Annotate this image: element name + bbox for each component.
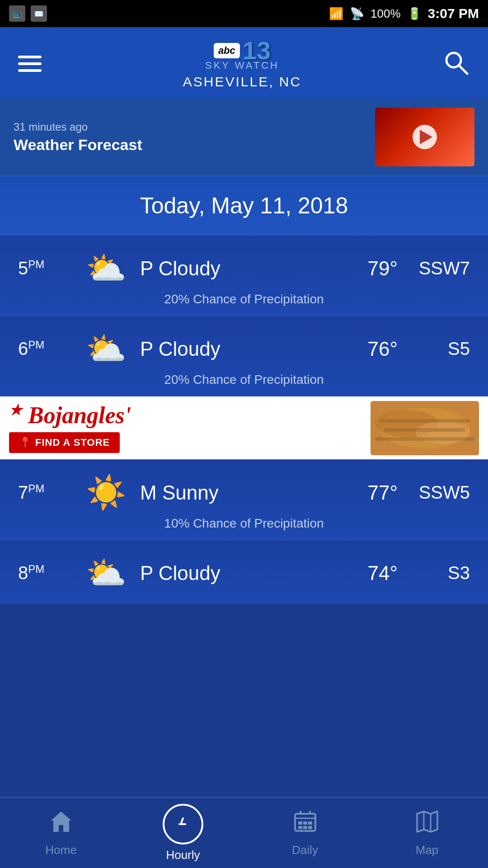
thumbnail-inner <box>375 108 474 166</box>
play-button[interactable] <box>413 125 437 149</box>
abc-badge: abc <box>214 43 240 58</box>
weather-time-5pm: 5PM <box>18 258 72 278</box>
ad-food-image <box>371 401 479 455</box>
bottom-nav: Home Hourly Daily <box>0 797 488 868</box>
svg-rect-7 <box>384 428 465 432</box>
svg-rect-20 <box>308 826 312 829</box>
hamburger-menu-button[interactable] <box>18 56 42 72</box>
weather-row-8pm: 8PM ⛅ P Cloudy 74° S3 <box>0 540 488 604</box>
weather-time-7pm: 7PM <box>18 482 72 503</box>
weather-main-6pm: 6PM ⛅ P Cloudy 76° S5 <box>18 330 470 368</box>
nav-label-hourly: Hourly <box>166 848 200 862</box>
weather-icon-8pm: ⛅ <box>86 554 127 592</box>
signal-icon: 📡 <box>350 7 364 21</box>
nav-item-hourly[interactable]: Hourly <box>122 804 244 862</box>
hourly-circle-icon <box>163 804 203 844</box>
weather-wind-8pm: S3 <box>411 563 470 583</box>
nav-item-home[interactable]: Home <box>0 809 122 857</box>
skywatch-label: SKY WATCH <box>205 60 279 71</box>
svg-rect-6 <box>380 419 470 423</box>
svg-rect-19 <box>303 826 307 829</box>
svg-rect-18 <box>298 826 302 829</box>
svg-rect-17 <box>308 821 312 825</box>
weather-wind-7pm: SSW5 <box>411 482 470 503</box>
weather-row-7pm: 7PM ☀️ M Sunny 77° SSW5 10% Chance of Pr… <box>0 460 488 540</box>
map-icon <box>415 809 440 840</box>
weather-temp-5pm: 79° <box>343 257 398 280</box>
weather-precip-5pm: 20% Chance of Precipitation <box>18 292 470 307</box>
battery-percentage: 100% <box>371 7 401 21</box>
svg-marker-21 <box>417 811 437 832</box>
weather-condition-6pm: P Cloudy <box>140 338 330 360</box>
news-time-ago: 31 minutes ago <box>14 121 142 133</box>
daily-icon <box>293 809 318 840</box>
logo-area: abc 13 SKY WATCH ASHEVILLE, NC <box>183 38 301 90</box>
status-left: 📺 ✉️ <box>9 5 47 22</box>
pin-icon: 📍 <box>19 437 32 448</box>
svg-marker-9 <box>51 811 71 832</box>
svg-rect-15 <box>298 821 302 825</box>
nav-item-daily[interactable]: Daily <box>244 809 366 857</box>
date-header: Today, May 11, 2018 <box>0 176 488 236</box>
news-text: 31 minutes ago Weather Forecast <box>14 121 142 154</box>
svg-line-1 <box>459 65 467 74</box>
weather-row-6pm: 6PM ⛅ P Cloudy 76° S5 20% Chance of Prec… <box>0 316 488 396</box>
app-header: abc 13 SKY WATCH ASHEVILLE, NC <box>0 27 488 99</box>
notification-icon-2: ✉️ <box>31 5 47 22</box>
weather-wind-5pm: SSW7 <box>411 258 470 278</box>
bojangles-logo: ★ Bojangles' 📍 FIND A STORE <box>9 403 371 453</box>
search-button[interactable] <box>443 49 470 78</box>
news-thumbnail[interactable] <box>375 108 474 166</box>
status-bar: 📺 ✉️ 📶 📡 100% 🔋 3:07 PM <box>0 0 488 27</box>
nav-label-map: Map <box>416 843 439 857</box>
nav-label-daily: Daily <box>292 843 318 857</box>
weather-main-8pm: 8PM ⛅ P Cloudy 74° S3 <box>18 554 470 592</box>
weather-time-8pm: 8PM <box>18 563 72 583</box>
ad-banner[interactable]: ★ Bojangles' 📍 FIND A STORE <box>0 396 488 460</box>
weather-row-5pm: 5PM ⛅ P Cloudy 79° SSW7 20% Chance of Pr… <box>0 236 488 316</box>
play-triangle-icon <box>420 130 432 144</box>
find-store-button[interactable]: 📍 FIND A STORE <box>9 432 120 453</box>
clock: 3:07 PM <box>428 6 479 21</box>
weather-temp-6pm: 76° <box>343 338 398 360</box>
weather-main-7pm: 7PM ☀️ M Sunny 77° SSW5 <box>18 473 470 512</box>
weather-temp-8pm: 74° <box>343 562 398 585</box>
weather-wind-6pm: S5 <box>411 339 470 359</box>
weather-icon-6pm: ⛅ <box>86 330 127 368</box>
weather-condition-5pm: P Cloudy <box>140 257 330 280</box>
weather-precip-7pm: 10% Chance of Precipitation <box>18 516 470 531</box>
ad-content: ★ Bojangles' 📍 FIND A STORE <box>9 401 479 455</box>
nav-item-map[interactable]: Map <box>366 809 488 857</box>
news-title: Weather Forecast <box>14 136 142 154</box>
weather-precip-6pm: 20% Chance of Precipitation <box>18 373 470 387</box>
news-banner[interactable]: 31 minutes ago Weather Forecast <box>0 99 488 176</box>
bojangles-name: ★ Bojangles' <box>9 403 131 427</box>
weather-condition-8pm: P Cloudy <box>140 562 330 585</box>
status-right: 📶 📡 100% 🔋 3:07 PM <box>329 6 479 21</box>
bojangles-star: ★ <box>9 402 22 418</box>
svg-rect-8 <box>375 437 474 441</box>
svg-rect-16 <box>303 821 307 825</box>
home-icon <box>49 809 74 840</box>
battery-icon: 🔋 <box>407 7 422 21</box>
weather-icon-5pm: ⛅ <box>86 249 127 288</box>
weather-temp-7pm: 77° <box>343 481 398 504</box>
date-text: Today, May 11, 2018 <box>9 193 479 219</box>
nav-label-home: Home <box>45 843 76 857</box>
weather-main-5pm: 5PM ⛅ P Cloudy 79° SSW7 <box>18 249 470 288</box>
weather-condition-7pm: M Sunny <box>140 481 330 504</box>
notification-icon-1: 📺 <box>9 5 25 22</box>
location-label: ASHEVILLE, NC <box>183 74 301 90</box>
weather-icon-7pm: ☀️ <box>86 473 127 512</box>
wifi-icon: 📶 <box>329 7 343 21</box>
weather-time-6pm: 6PM <box>18 339 72 359</box>
